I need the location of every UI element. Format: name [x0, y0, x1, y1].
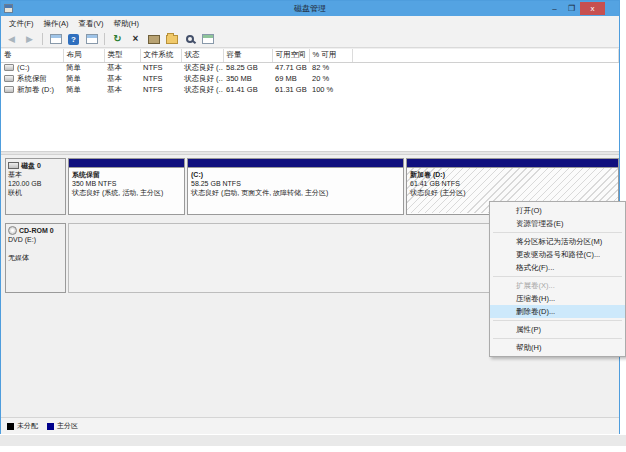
back-icon[interactable]: ◀: [4, 32, 19, 46]
menu-help[interactable]: 帮助(H): [109, 17, 144, 31]
primary-partition-bar: [188, 159, 403, 168]
menu-separator: [493, 276, 622, 277]
menu-separator: [493, 232, 622, 233]
partition-context-menu: 打开(O) 资源管理器(E) 将分区标记为活动分区(M) 更改驱动器号和路径(C…: [489, 201, 626, 357]
cell-free: 69 MB: [272, 73, 309, 84]
forward-icon[interactable]: ▶: [22, 32, 37, 46]
partition-size: 61.41 GB NTFS: [410, 179, 615, 188]
window-controls: – ❐ x: [546, 1, 605, 16]
close-button[interactable]: x: [580, 2, 605, 15]
cell-pct: 82 %: [309, 62, 352, 73]
cell-type: 基本: [104, 62, 140, 73]
menu-item-explorer[interactable]: 资源管理器(E): [490, 217, 625, 230]
magnifier-glyph: [186, 35, 194, 43]
legend-primary-label: 主分区: [57, 421, 78, 431]
menu-item-change-drive-letter[interactable]: 更改驱动器号和路径(C)...: [490, 248, 625, 261]
cell-status: 状态良好 (...: [181, 73, 223, 84]
cell-fs: NTFS: [140, 73, 181, 84]
cell-type: 基本: [104, 73, 140, 84]
show-console-tree-icon[interactable]: [48, 32, 63, 46]
drive-glyph: [148, 35, 160, 44]
partition-system-reserved[interactable]: 系统保留 350 MB NTFS 状态良好 (系统, 活动, 主分区): [68, 158, 185, 215]
menu-action[interactable]: 操作(A): [39, 17, 74, 31]
cdrom-media: 无媒体: [8, 253, 63, 262]
window-title: 磁盘管理: [1, 3, 619, 14]
volume-icon: [4, 64, 14, 71]
cell-pct: 20 %: [309, 73, 352, 84]
col-status[interactable]: 状态: [181, 49, 223, 62]
help-topics-icon[interactable]: [200, 32, 215, 46]
cell-fs: NTFS: [140, 84, 181, 95]
menu-item-delete-volume[interactable]: 删除卷(D)...: [490, 305, 625, 318]
col-volume[interactable]: 卷: [1, 49, 63, 62]
desktop-background-strip: [0, 435, 626, 446]
col-capacity[interactable]: 容量: [223, 49, 272, 62]
refresh-icon[interactable]: ↻: [110, 32, 125, 46]
volume-list-pane: 卷 布局 类型 文件系统 状态 容量 可用空间 % 可用 (C:) 简单 基本 …: [1, 49, 619, 151]
menu-item-shrink-volume[interactable]: 压缩卷(H)...: [490, 292, 625, 305]
cell-type: 基本: [104, 84, 140, 95]
volume-name: 新加卷 (D:): [17, 85, 54, 95]
help-icon[interactable]: ?: [66, 32, 81, 46]
menu-item-properties[interactable]: 属性(P): [490, 323, 625, 336]
toolbar-separator: [42, 33, 43, 45]
menu-item-format[interactable]: 格式化(F)...: [490, 261, 625, 274]
minimize-button[interactable]: –: [546, 2, 563, 15]
table-row-volume-c[interactable]: (C:) 简单 基本 NTFS 状态良好 (... 58.25 GB 47.71…: [1, 62, 619, 73]
cell-layout: 简单: [63, 73, 104, 84]
maximize-button[interactable]: ❐: [563, 2, 580, 15]
cell-pct: 100 %: [309, 84, 352, 95]
col-free-space[interactable]: 可用空间: [272, 49, 309, 62]
help-glyph: ?: [68, 34, 79, 45]
disk0-label-box[interactable]: 磁盘 0 基本 120.00 GB 联机: [5, 158, 66, 215]
legend-unallocated: 未分配: [7, 421, 38, 431]
menu-item-help[interactable]: 帮助(H): [490, 341, 625, 354]
volume-name: 系统保留: [17, 74, 47, 84]
console-window-glyph: [50, 34, 62, 44]
volume-table: 卷 布局 类型 文件系统 状态 容量 可用空间 % 可用 (C:) 简单 基本 …: [1, 49, 619, 95]
cell-capacity: 350 MB: [223, 73, 272, 84]
primary-partition-bar: [407, 159, 618, 168]
volume-icon: [4, 86, 14, 93]
cell-layout: 简单: [63, 62, 104, 73]
menu-separator: [493, 338, 622, 339]
partition-size: 350 MB NTFS: [72, 179, 181, 188]
col-type[interactable]: 类型: [104, 49, 140, 62]
primary-partition-bar: [69, 159, 184, 168]
col-layout[interactable]: 布局: [63, 49, 104, 62]
cell-layout: 简单: [63, 84, 104, 95]
col-filler: [352, 49, 619, 62]
disk0-type: 基本: [8, 170, 63, 179]
partition-title: 系统保留: [72, 170, 181, 179]
menu-view[interactable]: 查看(V): [74, 17, 109, 31]
cell-free: 47.71 GB: [272, 62, 309, 73]
legend-unallocated-label: 未分配: [17, 421, 38, 431]
partition-c[interactable]: (C:) 58.25 GB NTFS 状态良好 (启动, 页面文件, 故障转储,…: [187, 158, 404, 215]
table-row-volume-d[interactable]: 新加卷 (D:) 简单 基本 NTFS 状态良好 (... 61.41 GB 6…: [1, 84, 619, 95]
partition-size: 58.25 GB NTFS: [191, 179, 400, 188]
delete-x-glyph: ×: [133, 34, 139, 44]
partition-title: (C:): [191, 170, 400, 179]
volume-name: (C:): [17, 63, 30, 72]
col-pct-free[interactable]: % 可用: [309, 49, 352, 62]
disk0-name: 磁盘 0: [21, 161, 41, 170]
menu-item-mark-active[interactable]: 将分区标记为活动分区(M): [490, 235, 625, 248]
volume-icon: [4, 75, 14, 82]
back-arrow-glyph: ◀: [8, 35, 15, 44]
table-row-volume-system-reserved[interactable]: 系统保留 简单 基本 NTFS 状态良好 (... 350 MB 69 MB 2…: [1, 73, 619, 84]
cdrom-icon: [8, 226, 17, 235]
col-filesystem[interactable]: 文件系统: [140, 49, 181, 62]
help-window-glyph: [202, 34, 214, 44]
menu-item-open[interactable]: 打开(O): [490, 204, 625, 217]
cell-status: 状态良好 (...: [181, 62, 223, 73]
menu-file[interactable]: 文件(F): [4, 17, 39, 31]
menu-separator: [493, 320, 622, 321]
find-icon[interactable]: [182, 32, 197, 46]
partition-status: 状态良好 (系统, 活动, 主分区): [72, 188, 181, 197]
cdrom-label-box[interactable]: CD-ROM 0 DVD (E:) 无媒体: [5, 223, 66, 293]
delete-icon[interactable]: ×: [128, 32, 143, 46]
partition-title: 新加卷 (D:): [410, 170, 615, 179]
open-folder-icon[interactable]: [164, 32, 179, 46]
show-action-pane-icon[interactable]: [84, 32, 99, 46]
properties-icon[interactable]: [146, 32, 161, 46]
